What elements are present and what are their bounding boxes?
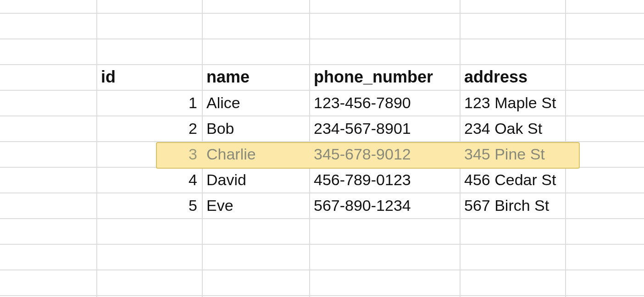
column-header-address[interactable]: address	[461, 64, 564, 90]
cell-phone[interactable]: 567-890-1234	[310, 192, 459, 218]
cell-phone[interactable]: 234-567-8901	[310, 116, 459, 141]
cell-id[interactable]: 2	[97, 116, 201, 141]
cell-id[interactable]: 4	[97, 167, 201, 192]
cell-id[interactable]: 1	[97, 90, 201, 116]
cell-name[interactable]: Alice	[203, 90, 308, 116]
cell-name[interactable]: David	[203, 167, 308, 192]
cell-address[interactable]: 456 Cedar St	[461, 167, 564, 192]
spreadsheet-grid[interactable]: id name phone_number address 1 Alice 123…	[0, 0, 644, 297]
cell-phone[interactable]: 345-678-9012	[310, 141, 459, 167]
cell-name[interactable]: Eve	[203, 192, 308, 218]
column-header-id[interactable]: id	[97, 64, 201, 90]
cell-id[interactable]: 5	[97, 192, 201, 218]
cell-name[interactable]: Bob	[203, 116, 308, 141]
column-header-name[interactable]: name	[203, 64, 308, 90]
column-header-phone[interactable]: phone_number	[310, 64, 459, 90]
cell-phone[interactable]: 123-456-7890	[310, 90, 459, 116]
cell-phone[interactable]: 456-789-0123	[310, 167, 459, 192]
cell-address[interactable]: 567 Birch St	[461, 192, 564, 218]
cell-address[interactable]: 345 Pine St	[461, 141, 564, 167]
cell-id[interactable]: 3	[97, 141, 201, 167]
cell-name[interactable]: Charlie	[203, 141, 308, 167]
cell-address[interactable]: 234 Oak St	[461, 116, 564, 141]
cell-address[interactable]: 123 Maple St	[461, 90, 564, 116]
